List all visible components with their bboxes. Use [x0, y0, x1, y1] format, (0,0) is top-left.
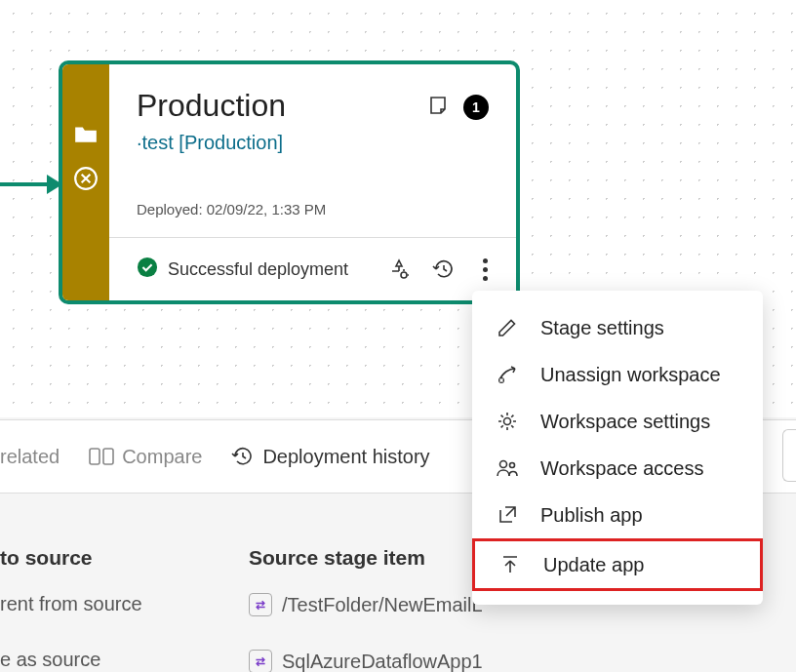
svg-point-2 [401, 272, 407, 278]
dataflow-icon: ⇄ [249, 650, 272, 672]
external-link-icon [496, 503, 519, 527]
menu-publish-app[interactable]: Publish app [472, 492, 763, 538]
related-item[interactable]: related [0, 446, 60, 468]
item-path: /TestFolder/NewEmailL [282, 594, 483, 616]
svg-point-4 [504, 418, 511, 425]
svg-rect-8 [103, 449, 113, 464]
pencil-icon [496, 316, 519, 339]
compare-icon [89, 446, 114, 467]
stage-options-menu: Stage settings Unassign workspace Worksp… [472, 291, 763, 605]
history-label: Deployment history [262, 446, 429, 468]
menu-workspace-settings[interactable]: Workspace settings [472, 398, 763, 445]
table-row[interactable]: ⇄ /TestFolder/NewEmailL [249, 593, 483, 616]
svg-point-6 [510, 463, 515, 468]
menu-label: Workspace settings [540, 411, 710, 433]
production-stage-card[interactable]: Production 1 ·test [Production] Deployed… [59, 60, 520, 304]
menu-stage-settings[interactable]: Stage settings [472, 304, 763, 351]
column-header-stage: Source stage item [249, 546, 483, 570]
folder-icon [73, 123, 99, 148]
menu-label: Workspace access [540, 457, 703, 480]
deployed-text: Deployed: 02/09/22, 1:33 PM [137, 201, 489, 217]
column-header-source: to source [0, 546, 142, 570]
side-button[interactable] [782, 429, 796, 482]
stage-subtitle: ·test [Production] [137, 132, 489, 154]
compare-button[interactable]: Compare [89, 446, 202, 468]
menu-unassign-workspace[interactable]: Unassign workspace [472, 351, 763, 398]
history-icon[interactable] [426, 252, 461, 287]
menu-update-app[interactable]: Update app [472, 538, 763, 591]
svg-point-5 [500, 461, 507, 468]
history-icon [231, 445, 255, 468]
gear-icon [496, 410, 519, 433]
menu-label: Unassign workspace [540, 364, 721, 386]
unassign-icon [496, 363, 519, 386]
menu-label: Stage settings [540, 317, 664, 339]
deployment-rules-icon[interactable] [381, 252, 417, 287]
menu-workspace-access[interactable]: Workspace access [472, 445, 763, 492]
svg-point-1 [138, 257, 157, 277]
badge-count[interactable]: 1 [463, 95, 489, 120]
menu-label: Update app [543, 554, 644, 576]
table-row: e as source [0, 649, 142, 671]
table-row: rent from source [0, 593, 142, 615]
deployment-status: Successful deployment [168, 259, 372, 280]
people-icon [496, 456, 519, 480]
menu-label: Publish app [540, 504, 643, 527]
dataflow-icon: ⇄ [249, 593, 272, 616]
svg-rect-7 [90, 449, 100, 464]
more-options-button[interactable] [471, 252, 498, 287]
stage-title: Production [137, 88, 286, 124]
stage-body: Production 1 ·test [Production] Deployed… [109, 64, 516, 300]
stage-sidebar [62, 64, 109, 300]
deployment-history-button[interactable]: Deployment history [231, 445, 429, 468]
sync-error-icon [73, 166, 99, 195]
compare-label: Compare [122, 446, 202, 468]
checkmark-icon [137, 257, 158, 282]
table-row[interactable]: ⇄ SqlAzureDataflowApp1 [249, 650, 483, 672]
upload-icon [498, 553, 522, 576]
note-icon[interactable] [426, 94, 450, 121]
item-path: SqlAzureDataflowApp1 [282, 651, 483, 673]
